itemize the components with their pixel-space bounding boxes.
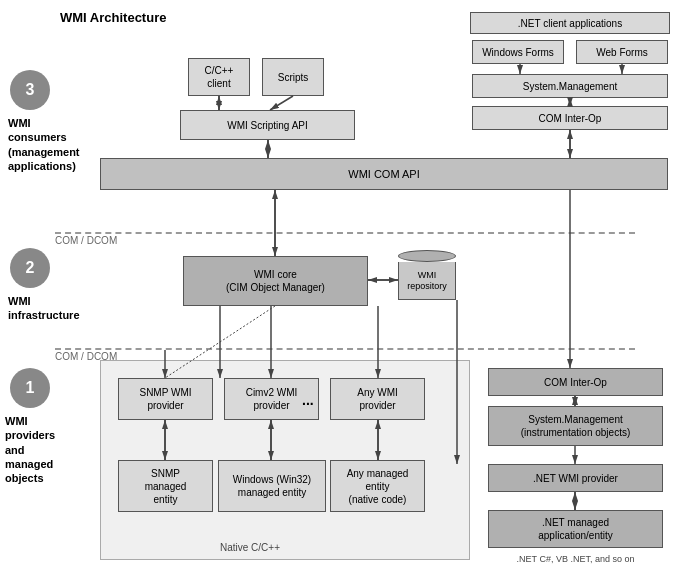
dotnet-wmi-provider-box: .NET WMI provider [488,464,663,492]
wmi-scripting-api-box: WMI Scripting API [180,110,355,140]
dotnet-languages-label: .NET C#, VB .NET, and so on [488,554,663,564]
snmp-provider-box: SNMP WMIprovider [118,378,213,420]
native-cpp-label: Native C/C++ [220,542,280,553]
divider-1 [55,232,635,234]
layer-2-label: WMIinfrastructure [8,294,63,323]
layer-2-circle: 2 [10,248,50,288]
any-entity-box: Any managedentity(native code) [330,460,425,512]
divider-1-label: COM / DCOM [55,235,117,246]
svg-line-4 [270,96,293,110]
diagram-container: WMI Architecture 3 WMI consumers(managem… [0,0,697,583]
wmi-repository: WMIrepository [398,250,456,300]
system-mgmt-instr-box: System.Management(instrumentation object… [488,406,663,446]
layer-1-circle: 1 [10,368,50,408]
dotnet-client-box: .NET client applications [470,12,670,34]
windows-forms-box: Windows Forms [472,40,564,64]
com-interop-top-box: COM Inter-Op [472,106,668,130]
any-provider-box: Any WMIprovider [330,378,425,420]
windows-entity-box: Windows (Win32)managed entity [218,460,326,512]
com-interop-right-box: COM Inter-Op [488,368,663,396]
web-forms-box: Web Forms [576,40,668,64]
dotnet-managed-box: .NET managedapplication/entity [488,510,663,548]
wmi-core-box: WMI core(CIM Object Manager) [183,256,368,306]
layer-3-circle: 3 [10,70,50,110]
diagram-title: WMI Architecture [60,10,166,25]
dots-label: ... [302,392,314,408]
cc-client-box: C/C++client [188,58,250,96]
layer-1-label: WMIprovidersandmanagedobjects [5,414,65,485]
snmp-entity-box: SNMPmanagedentity [118,460,213,512]
wmi-com-api-box: WMI COM API [100,158,668,190]
scripts-box: Scripts [262,58,324,96]
divider-2 [55,348,635,350]
system-management-box: System.Management [472,74,668,98]
layer-3-label: WMI consumers(managementapplications) [8,116,63,173]
